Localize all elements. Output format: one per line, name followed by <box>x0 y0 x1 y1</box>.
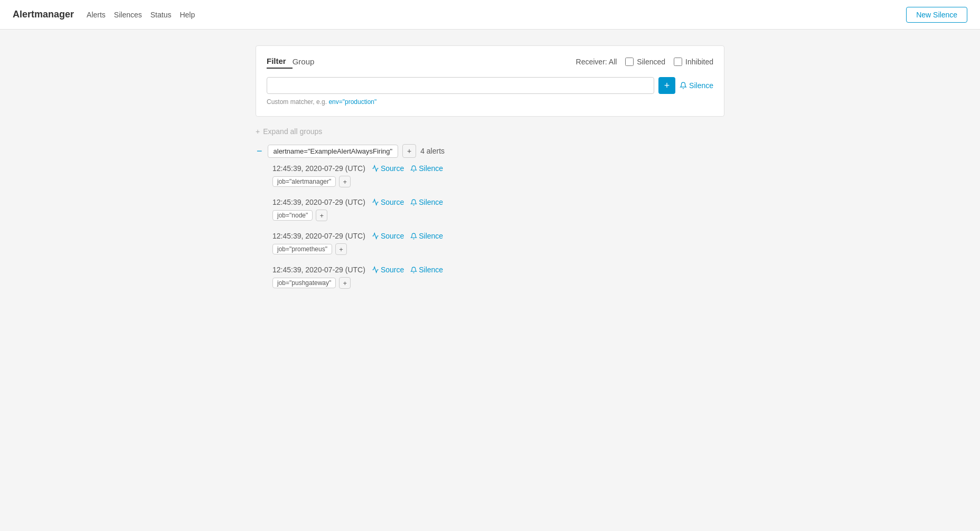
receiver-label: Receiver: All <box>576 58 617 66</box>
brand-title: Alertmanager <box>13 9 74 20</box>
group-filter-tag: alertname="ExampleAlertAlwaysFiring" <box>268 145 399 158</box>
alert-source-link-1[interactable]: Source <box>372 198 404 206</box>
alert-timestamp: 12:45:39, 2020-07-29 (UTC) <box>272 164 365 173</box>
alert-tags-2: job="prometheus" + <box>272 243 724 255</box>
tag-add-button-2[interactable]: + <box>335 243 347 255</box>
silenced-label: Silenced <box>637 58 665 66</box>
silenced-checkbox-label[interactable]: Silenced <box>625 58 665 66</box>
tag-add-button-3[interactable]: + <box>339 277 351 289</box>
expand-all-groups[interactable]: + Expand all groups <box>256 127 724 136</box>
chart-icon <box>372 165 379 172</box>
bell-icon-3 <box>410 267 417 273</box>
alert-silence-link-3[interactable]: Silence <box>410 266 443 274</box>
nav-silences[interactable]: Silences <box>114 11 142 19</box>
collapse-group-button[interactable]: − <box>256 146 263 156</box>
alert-row-header: 12:45:39, 2020-07-29 (UTC) Source Silenc… <box>272 266 724 274</box>
alert-tags-1: job="node" + <box>272 210 724 221</box>
group-add-matcher-button[interactable]: + <box>402 144 416 158</box>
alert-timestamp: 12:45:39, 2020-07-29 (UTC) <box>272 198 365 206</box>
header-left: Alertmanager Alerts Silences Status Help <box>13 9 195 20</box>
alert-row: 12:45:39, 2020-07-29 (UTC) Source Silenc… <box>272 198 724 221</box>
alert-source-link-3[interactable]: Source <box>372 266 404 274</box>
inhibited-checkbox[interactable] <box>674 58 682 66</box>
chart-icon <box>372 266 379 273</box>
alert-row-header: 12:45:39, 2020-07-29 (UTC) Source Silenc… <box>272 164 724 173</box>
bell-icon-0 <box>410 165 417 172</box>
expand-all-icon: + <box>256 127 260 136</box>
nav-help[interactable]: Help <box>180 11 195 19</box>
inhibited-checkbox-label[interactable]: Inhibited <box>674 58 713 66</box>
alert-row: 12:45:39, 2020-07-29 (UTC) Source Silenc… <box>272 232 724 255</box>
alert-source-link-0[interactable]: Source <box>372 164 404 173</box>
nav-links: Alerts Silences Status Help <box>87 11 195 19</box>
search-row: + Silence <box>267 77 713 94</box>
hint-example-link[interactable]: env="production" <box>328 98 376 106</box>
alerts-count: 4 alerts <box>420 147 445 155</box>
bell-icon-1 <box>410 199 417 206</box>
tab-group[interactable]: Group <box>293 54 321 69</box>
alert-source-link-2[interactable]: Source <box>372 232 404 240</box>
tab-filter[interactable]: Filter <box>267 54 293 69</box>
alert-silence-link-1[interactable]: Silence <box>410 198 443 206</box>
alert-tag-1: job="node" <box>272 210 313 221</box>
alert-tags-0: job="alertmanager" + <box>272 176 724 187</box>
tag-add-button-1[interactable]: + <box>316 210 327 221</box>
receiver-section: Receiver: All Silenced Inhibited <box>576 58 713 66</box>
alert-tag-0: job="alertmanager" <box>272 176 336 187</box>
alert-tag-2: job="prometheus" <box>272 244 332 254</box>
header: Alertmanager Alerts Silences Status Help… <box>0 0 980 30</box>
alert-group: − alertname="ExampleAlertAlwaysFiring" +… <box>256 144 724 289</box>
main-content: Filter Group Receiver: All Silenced Inhi… <box>247 45 733 289</box>
silence-link[interactable]: Silence <box>680 81 713 90</box>
filter-tabs-left: Filter Group <box>267 54 321 69</box>
filter-tabs-row: Filter Group Receiver: All Silenced Inhi… <box>267 54 713 69</box>
group-header: − alertname="ExampleAlertAlwaysFiring" +… <box>256 144 724 158</box>
alert-tags-3: job="pushgateway" + <box>272 277 724 289</box>
alert-tag-3: job="pushgateway" <box>272 278 336 288</box>
alert-silence-link-2[interactable]: Silence <box>410 232 443 240</box>
alert-timestamp: 12:45:39, 2020-07-29 (UTC) <box>272 232 365 240</box>
expand-all-label: Expand all groups <box>263 127 322 136</box>
silenced-checkbox[interactable] <box>625 58 634 66</box>
alert-row: 12:45:39, 2020-07-29 (UTC) Source Silenc… <box>272 164 724 187</box>
chart-icon <box>372 232 379 240</box>
inhibited-label: Inhibited <box>685 58 713 66</box>
bell-icon <box>680 82 687 89</box>
nav-status[interactable]: Status <box>150 11 172 19</box>
filter-card: Filter Group Receiver: All Silenced Inhi… <box>256 45 724 117</box>
chart-icon <box>372 198 379 206</box>
nav-alerts[interactable]: Alerts <box>87 11 106 19</box>
alert-row: 12:45:39, 2020-07-29 (UTC) Source Silenc… <box>272 266 724 289</box>
tag-add-button-0[interactable]: + <box>339 176 351 187</box>
silence-link-label: Silence <box>689 81 713 90</box>
add-matcher-button[interactable]: + <box>658 77 675 94</box>
search-input[interactable] <box>267 77 654 94</box>
alert-row-header: 12:45:39, 2020-07-29 (UTC) Source Silenc… <box>272 198 724 206</box>
alert-row-header: 12:45:39, 2020-07-29 (UTC) Source Silenc… <box>272 232 724 240</box>
bell-icon-2 <box>410 233 417 240</box>
new-silence-button[interactable]: New Silence <box>906 7 967 23</box>
alert-silence-link-0[interactable]: Silence <box>410 164 443 173</box>
hint-text: Custom matcher, e.g. env="production" <box>267 98 713 106</box>
alert-timestamp: 12:45:39, 2020-07-29 (UTC) <box>272 266 365 274</box>
alerts-list: 12:45:39, 2020-07-29 (UTC) Source Silenc… <box>256 164 724 289</box>
